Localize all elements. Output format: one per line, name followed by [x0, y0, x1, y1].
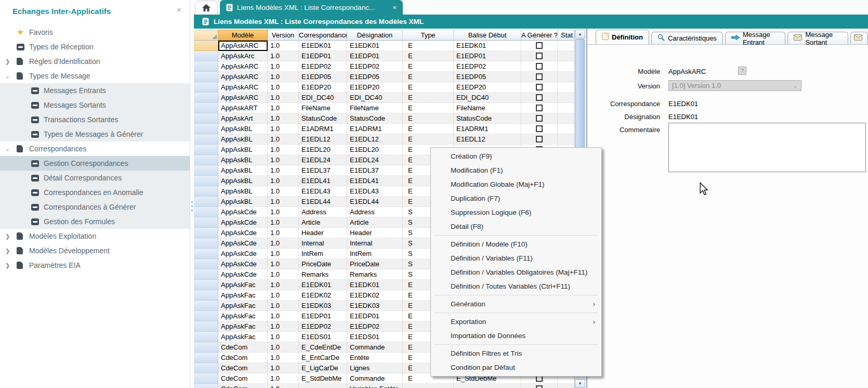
tab-partial[interactable]	[850, 32, 868, 44]
cell-balise-debut[interactable]: E1EDP01	[454, 51, 521, 61]
row-selector[interactable]	[194, 82, 218, 93]
row-selector[interactable]	[194, 197, 218, 207]
cell-version[interactable]: 1.0	[268, 124, 299, 134]
chevron-down-icon[interactable]: ⌄	[4, 146, 17, 152]
grid-column-header[interactable]: Désignation	[347, 30, 403, 41]
splitter-handle[interactable]	[190, 199, 193, 214]
grid-column-header[interactable]: A Générer ?	[521, 30, 558, 41]
a-generer-checkbox[interactable]	[536, 73, 543, 80]
cell-modele[interactable]: AppAskCde	[218, 228, 268, 238]
cell-stat[interactable]	[558, 113, 574, 124]
cell-modele[interactable]: AppAskArc	[218, 51, 268, 61]
cell-correspondance[interactable]: E1EDK03	[299, 301, 347, 311]
cell-correspondance[interactable]: EDI_DC40	[299, 93, 347, 103]
context-menu-item[interactable]: Définition / Variables (F11)	[431, 251, 601, 265]
row-selector[interactable]	[194, 93, 218, 103]
context-menu-item[interactable]: Définition Filtres et Tris	[431, 346, 601, 360]
cell-correspondance[interactable]: E1EDL37	[299, 165, 347, 176]
cell-designation[interactable]: FileName	[347, 103, 403, 113]
a-generer-checkbox[interactable]	[536, 84, 543, 90]
table-row[interactable]: AppAskBL1.0E1ADRM1E1ADRM1EE1ADRM1	[194, 124, 574, 134]
cell-type[interactable]: E	[403, 72, 454, 82]
row-selector[interactable]	[194, 280, 218, 290]
cell-modele[interactable]: AppAskFac	[218, 332, 268, 342]
cell-correspondance[interactable]: Address	[299, 207, 347, 217]
cell-modele[interactable]: AppAskCde	[218, 269, 268, 280]
cell-version[interactable]: 1.0	[268, 41, 299, 51]
row-selector[interactable]	[194, 134, 218, 145]
cell-correspondance[interactable]: E1EDL20	[299, 145, 347, 155]
context-menu-item[interactable]: Détail (F8)	[431, 219, 601, 234]
a-generer-checkbox[interactable]	[536, 53, 543, 59]
cell-designation[interactable]: EDI_DC40	[347, 93, 403, 103]
cell-stat[interactable]	[558, 103, 574, 113]
cell-version[interactable]: 1.0	[268, 186, 299, 197]
context-menu-item[interactable]: Génération›	[431, 297, 601, 311]
cell-designation[interactable]: Remarks	[347, 269, 403, 280]
a-generer-checkbox[interactable]	[536, 63, 543, 70]
cell-type[interactable]: E	[403, 93, 454, 103]
sidebar-item[interactable]: Messages Sortants	[0, 98, 190, 112]
cell-modele[interactable]: AppAskART	[218, 103, 268, 113]
cell-type[interactable]: E	[403, 82, 454, 93]
cell-modele[interactable]: CdeCom	[218, 342, 268, 353]
cell-correspondance[interactable]: E1EDK02	[299, 290, 347, 301]
cell-designation[interactable]: E1EDL20	[347, 145, 403, 155]
cell-designation[interactable]: Lignes	[347, 363, 403, 373]
row-selector[interactable]	[194, 269, 218, 280]
cell-version[interactable]: 1.0	[268, 155, 299, 165]
cell-stat[interactable]	[558, 82, 574, 93]
cell-designation[interactable]: E1EDL12	[347, 134, 403, 145]
sidebar-item[interactable]: ❯ Modèles Développement	[0, 243, 190, 258]
context-menu-item[interactable]: Modification (F1)	[431, 163, 601, 177]
cell-modele[interactable]: CdeCom	[218, 353, 268, 363]
row-selector[interactable]	[194, 301, 218, 311]
sidebar-item[interactable]: Gestion des Formules	[0, 214, 190, 229]
cell-correspondance[interactable]: Remarks	[299, 269, 347, 280]
context-menu-item[interactable]: Définition / Toutes Variables (Ctrl+F11)	[431, 279, 601, 293]
grid-column-header[interactable]: Balise Début	[454, 30, 521, 41]
table-row[interactable]: AppAskARC1.0E1EDP05E1EDP05EE1EDP05	[194, 72, 574, 82]
cell-version[interactable]: 1.0	[268, 103, 299, 113]
cell-correspondance[interactable]: E1EDL24	[299, 155, 347, 165]
cell-version[interactable]: 1.0	[268, 342, 299, 353]
cell-correspondance[interactable]: E1ADRM1	[299, 124, 347, 134]
table-row[interactable]: AppAskARC1.0EDI_DC40EDI_DC40EEDI_DC40	[194, 93, 574, 103]
sidebar-item[interactable]: ⌄ Types de Message	[0, 69, 190, 83]
table-row[interactable]: AppAskARC1.0E1EDK01E1EDK01EE1EDK01	[194, 41, 574, 51]
chevron-down-icon[interactable]: ⌄	[4, 73, 17, 80]
row-selector[interactable]	[194, 165, 218, 176]
cell-modele[interactable]: CdeCom	[218, 373, 268, 384]
context-menu-item[interactable]: Condition par Défaut	[431, 360, 601, 374]
cell-designation[interactable]: StatusCode	[347, 113, 403, 124]
cell-modele[interactable]: AppAskFac	[218, 301, 268, 311]
row-selector[interactable]	[194, 72, 218, 82]
cell-designation[interactable]: E1EDL41	[347, 176, 403, 186]
cell-designation[interactable]: Variables Entête	[347, 384, 403, 388]
context-menu-item[interactable]: Duplication (F7)	[431, 191, 601, 205]
cell-correspondance[interactable]: Header	[299, 228, 347, 238]
cell-balise-debut[interactable]: FileName	[454, 103, 521, 113]
cell-correspondance[interactable]: E_EntCarDe	[299, 353, 347, 363]
cell-version[interactable]: 1.0	[268, 113, 299, 124]
cell-correspondance[interactable]: E1EDP02	[299, 321, 347, 332]
cell-designation[interactable]: E1EDL43	[347, 186, 403, 197]
cell-modele[interactable]: CdeCom	[218, 363, 268, 373]
row-selector[interactable]	[194, 51, 218, 61]
cell-type[interactable]: E	[403, 61, 454, 72]
cell-balise-debut[interactable]: StatusCode	[454, 113, 521, 124]
cell-modele[interactable]: AppAskBL	[218, 145, 268, 155]
cell-version[interactable]: 1.0	[268, 373, 299, 384]
context-menu-item[interactable]: Création (F9)	[431, 149, 601, 163]
cell-version[interactable]: 1.0	[268, 353, 299, 363]
cell-version[interactable]: 1.0	[268, 301, 299, 311]
sidebar-item[interactable]: Correspondances en Anomalie	[0, 185, 190, 200]
help-button[interactable]: ?	[738, 67, 746, 75]
cell-version[interactable]: 1.0	[268, 145, 299, 155]
cell-type[interactable]: E	[403, 124, 454, 134]
cell-version[interactable]: 1.0	[268, 207, 299, 217]
row-selector[interactable]	[194, 238, 218, 249]
cell-version[interactable]: 1.0	[268, 82, 299, 93]
scroll-down-button[interactable]: ▼	[575, 379, 585, 388]
tab-caract-ristiques[interactable]: Caractéristiques	[651, 32, 723, 44]
